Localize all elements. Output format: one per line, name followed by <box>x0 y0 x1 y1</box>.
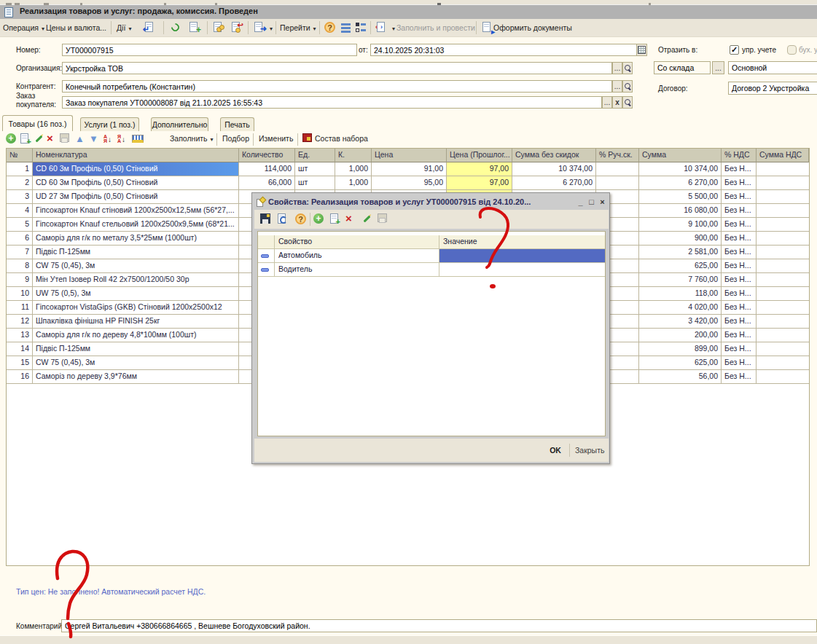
cell-sum[interactable]: 899,00 <box>639 342 722 356</box>
dialog-refresh-icon[interactable] <box>277 213 289 225</box>
cell-num[interactable]: 10 <box>7 287 33 301</box>
cell-sum[interactable]: 9 100,00 <box>639 218 722 232</box>
management-accounting-checkbox[interactable]: ✓ <box>730 45 739 55</box>
cell-price[interactable]: 91,00 <box>372 162 447 176</box>
cell-name[interactable]: Саморіз по дереву 3,9*76мм <box>33 370 239 384</box>
comment-input[interactable]: Сергей Витальевич +380666864665 , Вешнев… <box>61 619 817 632</box>
dialog-edit-icon[interactable] <box>361 213 373 225</box>
cell-sum-vat[interactable] <box>757 273 809 287</box>
cell-sum[interactable]: 625,00 <box>639 259 722 273</box>
dialog-add-icon[interactable]: + <box>313 213 325 225</box>
cell-sum[interactable]: 3 420,00 <box>639 315 722 329</box>
cell-vat[interactable]: Без Н... <box>722 218 757 232</box>
contractor-open-button[interactable] <box>622 80 633 93</box>
help-icon[interactable]: ? <box>324 21 337 35</box>
cell-num[interactable]: 3 <box>7 190 33 204</box>
goods-row[interactable]: 1 CD 60 3м Профіль (0,50) Стіновий 114,0… <box>7 162 809 176</box>
dialog-copy-icon[interactable]: + <box>329 213 341 225</box>
xml-dropdown[interactable]: ▾ <box>389 23 395 32</box>
col-header-price-old[interactable]: Цена (Прошлог... <box>447 149 512 162</box>
cell-sum-nodisc[interactable]: 10 374,00 <box>512 162 596 176</box>
property-value-cell[interactable] <box>439 263 605 277</box>
totals-icon[interactable] <box>132 133 144 145</box>
cell-vat[interactable]: Без Н... <box>722 176 757 190</box>
make-documents-button[interactable]: Оформить документы <box>493 23 572 32</box>
organization-select-button[interactable]: ... <box>612 62 622 74</box>
sort-desc-icon[interactable]: ЯА↓ <box>117 133 129 145</box>
send-dropdown[interactable]: ▾ <box>267 23 273 32</box>
cell-num[interactable]: 7 <box>7 246 33 259</box>
contractor-input[interactable]: Конечный потребитель (Константин) <box>62 80 612 93</box>
contract-input[interactable]: Договор 2 Укрстройка <box>728 82 817 95</box>
prop-col-header[interactable]: Свойство <box>275 235 439 249</box>
operation-menu[interactable]: Операция▾ <box>3 23 44 32</box>
move-down-icon[interactable]: ▼ <box>89 133 101 145</box>
col-header-unit[interactable]: Ед. <box>295 149 335 162</box>
cell-unit[interactable]: шт <box>295 176 335 190</box>
sort-asc-icon[interactable]: АЯ↓ <box>103 133 115 145</box>
cell-sum-vat[interactable] <box>757 370 809 384</box>
cell-name[interactable]: Гіпсокартон VistaGips (GKB) Стіновий 120… <box>33 301 239 315</box>
sostav-icon[interactable] <box>302 133 314 145</box>
number-input[interactable]: УТ000007915 <box>62 44 357 56</box>
tab-additional[interactable]: Дополнительно <box>151 117 208 131</box>
order-select-button[interactable]: ... <box>602 96 612 109</box>
cell-name[interactable]: Шпаклівка фінішна HP FINISH 25кг <box>33 315 239 329</box>
cell-sum[interactable]: 16 080,00 <box>639 204 722 218</box>
money-out-icon[interactable]: ↩ <box>230 21 243 35</box>
cell-num[interactable]: 13 <box>7 329 33 342</box>
cell-num[interactable]: 12 <box>7 315 33 329</box>
cell-vat[interactable]: Без Н... <box>722 246 757 259</box>
cell-vat[interactable]: Без Н... <box>722 232 757 246</box>
cell-name[interactable]: Гіпсокартон Knauf стіновий 1200х2500х12,… <box>33 204 239 218</box>
cell-sum-vat[interactable] <box>757 342 809 356</box>
cell-sum-vat[interactable] <box>757 301 809 315</box>
structure-icon[interactable] <box>340 21 353 35</box>
cell-ruch[interactable] <box>596 162 639 176</box>
cell-sum[interactable]: 5 500,00 <box>639 190 722 204</box>
cell-num[interactable]: 1 <box>7 162 33 176</box>
accounting-checkbox[interactable] <box>787 45 797 55</box>
property-row[interactable]: Автомобиль <box>258 249 605 263</box>
cell-name[interactable]: Саморіз для г/к по дереву 4,8*100мм (100… <box>33 329 239 342</box>
cell-sum-vat[interactable] <box>757 232 809 246</box>
cell-unit[interactable]: шт <box>295 162 335 176</box>
cell-sum[interactable]: 7 760,00 <box>639 273 722 287</box>
cell-vat[interactable]: Без Н... <box>722 342 757 356</box>
cell-price-old[interactable]: 97,00 <box>447 162 512 176</box>
col-header-num[interactable]: № <box>7 149 33 162</box>
organization-open-button[interactable] <box>622 62 633 74</box>
goto-menu[interactable]: Перейти▾ <box>280 23 316 32</box>
cell-price-old[interactable]: 97,00 <box>447 176 512 190</box>
actions-menu[interactable]: Дії▾ <box>117 23 131 32</box>
tab-services[interactable]: Услуги (1 поз.) <box>80 117 139 131</box>
dialog-save-icon[interactable] <box>260 213 272 225</box>
cell-sum[interactable]: 6 270,00 <box>639 176 722 190</box>
cell-sum[interactable]: 200,00 <box>639 329 722 342</box>
cell-name[interactable]: CD 60 3м Профіль (0,50) Стіновий <box>33 162 239 176</box>
cell-name[interactable]: Підвіс П-125мм <box>33 246 239 259</box>
cell-sum[interactable]: 56,00 <box>639 370 722 384</box>
money-in-icon[interactable] <box>211 21 225 35</box>
col-header-k[interactable]: К. <box>335 149 372 162</box>
cell-k[interactable]: 1,000 <box>335 176 372 190</box>
value-col-header[interactable]: Значение <box>439 235 605 249</box>
cell-sum-vat[interactable] <box>757 246 809 259</box>
cell-price[interactable]: 95,00 <box>372 176 447 190</box>
cell-sum[interactable]: 2 581,00 <box>639 246 722 259</box>
copy-document-icon[interactable]: + <box>187 21 201 35</box>
dialog-minimize-button[interactable]: _ <box>576 197 585 207</box>
dialog-maximize-button[interactable]: □ <box>587 197 596 207</box>
cell-num[interactable]: 11 <box>7 301 33 315</box>
cell-num[interactable]: 14 <box>7 342 33 356</box>
cell-num[interactable]: 16 <box>7 370 33 384</box>
cell-ruch[interactable] <box>596 176 639 190</box>
izmenit-button[interactable]: Изменить <box>259 134 293 143</box>
cell-sum-vat[interactable] <box>757 204 809 218</box>
col-header-qty[interactable]: Количество <box>239 149 295 162</box>
cell-sum-vat[interactable] <box>757 218 809 232</box>
cell-name[interactable]: CD 60 3м Профіль (0,50) Стіновий <box>33 176 239 190</box>
cell-num[interactable]: 9 <box>7 273 33 287</box>
cell-vat[interactable]: Без Н... <box>722 204 757 218</box>
col-header-sum[interactable]: Сумма <box>639 149 722 162</box>
